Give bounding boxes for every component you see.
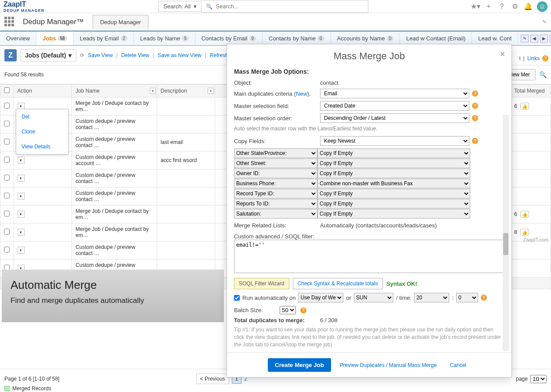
tab-scroll-left-icon[interactable]: ◀ — [530, 35, 538, 43]
row-action-menu: Del Clone View Details — [16, 109, 68, 155]
copy-fields-select[interactable]: Keep Newest — [320, 136, 469, 146]
field-name-select[interactable]: Record Type ID: — [234, 189, 317, 198]
row-checkbox[interactable] — [4, 211, 10, 216]
new-criteria-link[interactable]: New — [296, 90, 307, 97]
notifications-icon[interactable]: 🔔 — [524, 2, 533, 11]
brand-logo: ZaapIT DEDUP MANAGER — [4, 0, 44, 13]
global-search-input[interactable] — [216, 3, 364, 10]
grid-search-icon[interactable]: 🔍 — [539, 71, 547, 78]
save-view-link[interactable]: Save View — [88, 52, 112, 58]
syntax-ok-label: Syntax OK! — [386, 281, 417, 287]
refresh-link[interactable]: Refresh — [210, 52, 228, 58]
footer-credit: ZaapIT.com — [523, 237, 548, 242]
row-action-dropdown[interactable]: ▾ — [18, 211, 25, 218]
view-selector[interactable]: Jobs (Default)▾ — [20, 49, 76, 61]
help-icon[interactable]: ? — [542, 55, 548, 61]
row-checkbox[interactable] — [4, 121, 10, 126]
select-all-checkbox[interactable] — [4, 87, 10, 93]
field-rule-select[interactable]: Copy If Empty — [317, 169, 470, 178]
edit-tabs-icon[interactable]: ✎ — [542, 19, 547, 25]
chevron-down-icon: ▾ — [194, 3, 197, 10]
tab-contacts-name[interactable]: Contacts by Name0 — [263, 32, 331, 45]
row-checkbox[interactable] — [4, 229, 10, 234]
tab-scroll-right-icon[interactable]: ▶ — [540, 35, 548, 43]
modal-scrollbar[interactable] — [503, 115, 509, 289]
criteria-select[interactable]: Email — [320, 89, 469, 98]
check-syntax-button[interactable]: Check Syntax & Recalculate totals — [293, 278, 383, 289]
column-menu-icon[interactable]: ▾ — [208, 88, 214, 94]
soql-wizard-button[interactable]: SOQL Filter Wizard — [234, 278, 289, 289]
refresh-view-icon[interactable]: ⟳ — [80, 52, 84, 58]
column-menu-icon[interactable]: ▾ — [150, 88, 156, 94]
add-icon[interactable]: ＋ — [484, 2, 493, 11]
results-count: Found 58 results — [4, 72, 43, 78]
row-checkbox[interactable] — [4, 175, 10, 180]
tab-lead-cont[interactable]: Lead w. Cont — [472, 32, 518, 45]
thumb-icon[interactable]: 👍 — [520, 103, 529, 110]
field-name-select[interactable]: Business Phone: — [234, 179, 317, 188]
field-name-select[interactable]: Other State/Province: — [234, 148, 317, 158]
save-as-new-view-link[interactable]: Save as New View — [158, 52, 202, 58]
setup-gear-icon[interactable]: ⚙ — [511, 2, 519, 11]
help-icon[interactable]: ? — [472, 103, 478, 109]
help-icon[interactable]: ? — [472, 138, 478, 144]
action-clone[interactable]: Clone — [16, 124, 68, 139]
field-name-select[interactable]: Other Street: — [234, 158, 317, 168]
row-checkbox[interactable] — [4, 193, 10, 198]
avatar-icon[interactable]: ☺ — [537, 1, 547, 12]
mass-merge-modal: Mass Merge Job✕ Mass Merge Job Options: … — [227, 44, 512, 289]
modal-close-icon[interactable]: ✕ — [500, 50, 505, 58]
thumb-icon[interactable]: 👍 — [520, 229, 529, 236]
search-icon: 🔍 — [206, 4, 212, 10]
soql-filter-textarea[interactable] — [234, 240, 504, 273]
tab-contacts-email[interactable]: Contacts by Email9 — [195, 32, 263, 45]
links-link[interactable]: Links — [527, 55, 540, 61]
promo-overlay: Automatic Merge Find and merge duplicate… — [2, 270, 224, 289]
row-action-dropdown[interactable]: ▾ — [18, 175, 25, 182]
field-name-select[interactable]: Owner ID: — [234, 169, 317, 178]
field-rule-select[interactable]: Combine non-master with Business Fax — [317, 179, 470, 188]
tab-leads-name[interactable]: Leads by Name5 — [134, 32, 195, 45]
action-view-details[interactable]: View Details — [16, 139, 68, 154]
field-rule-select[interactable]: Copy If Empty — [317, 209, 470, 219]
field-rule-select[interactable]: Copy If Empty — [317, 199, 470, 209]
row-action-dropdown[interactable]: ▾ — [18, 157, 25, 164]
row-checkbox[interactable] — [4, 103, 10, 108]
field-rule-select[interactable]: Copy If Empty — [317, 148, 470, 158]
app-tab-dedup[interactable]: Dedup Manager — [93, 15, 148, 29]
tab-overview[interactable]: Overview — [0, 32, 36, 45]
tab-edit-icon[interactable]: ✎ — [521, 35, 529, 43]
main-tabs: Overview Jobs58 Leads by Email2 Leads by… — [0, 31, 551, 46]
object-icon: Z — [4, 49, 17, 61]
row-checkbox[interactable] — [4, 139, 10, 144]
favorite-icon[interactable]: ★▾ — [471, 2, 480, 11]
chevron-down-icon: ▾ — [68, 52, 72, 59]
help-icon[interactable]: ? — [472, 90, 478, 97]
app-title: Dedup Manager™ — [23, 18, 84, 26]
tab-lead-contact-email[interactable]: Lead w Contact (Email) — [400, 32, 472, 45]
tab-leads-email[interactable]: Leads by Email2 — [74, 32, 134, 45]
row-action-dropdown[interactable]: ▾ — [18, 193, 25, 200]
action-del[interactable]: Del — [16, 109, 68, 124]
delete-view-link[interactable]: Delete View — [121, 52, 149, 58]
row-action-dropdown[interactable]: ▾ — [18, 247, 25, 254]
thumb-icon[interactable]: 👍 — [520, 211, 529, 218]
help-icon[interactable]: ? — [472, 115, 478, 121]
row-checkbox[interactable] — [4, 247, 10, 252]
help-icon[interactable]: ? — [497, 2, 506, 11]
master-order-select[interactable]: Descending Order / Latest — [320, 113, 469, 123]
field-rule-select[interactable]: Copy If Empty — [317, 189, 470, 198]
field-rule-select[interactable]: Copy If Empty — [317, 158, 470, 168]
row-checkbox[interactable] — [4, 157, 10, 162]
row-action-dropdown[interactable]: ▾ — [18, 229, 25, 236]
search-scope-dropdown[interactable]: Search: All▾ — [158, 1, 201, 12]
tab-jobs[interactable]: Jobs58 — [36, 31, 73, 45]
field-name-select[interactable]: Salutation: — [234, 209, 317, 219]
app-launcher-icon[interactable] — [4, 17, 15, 27]
tab-accounts-name[interactable]: Accounts by Name0 — [331, 32, 400, 45]
master-field-select[interactable]: Created Date — [320, 101, 469, 111]
field-name-select[interactable]: Reports To ID: — [234, 199, 317, 209]
